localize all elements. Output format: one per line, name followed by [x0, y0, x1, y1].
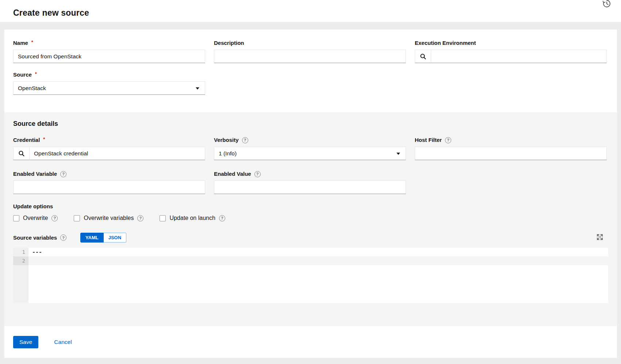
- json-toggle-button[interactable]: JSON: [104, 233, 126, 243]
- cancel-button[interactable]: Cancel: [54, 339, 72, 345]
- credential-input[interactable]: [30, 147, 205, 160]
- help-icon[interactable]: ?: [219, 215, 225, 221]
- credential-search-button[interactable]: [13, 147, 30, 160]
- source-select[interactable]: OpenStack: [13, 81, 205, 95]
- expand-icon[interactable]: [596, 233, 604, 241]
- verbosity-label: Verbosity: [214, 137, 239, 143]
- source-label: Source: [13, 71, 32, 78]
- execution-environment-label: Execution Environment: [415, 40, 476, 46]
- page-header: Create new source: [0, 0, 621, 22]
- enabled-variable-input[interactable]: [13, 181, 205, 194]
- page-title: Create new source: [13, 8, 89, 18]
- source-details-section: Source details Credential *: [4, 112, 617, 326]
- line-content: ---: [28, 248, 608, 256]
- update-on-launch-checkbox[interactable]: [160, 215, 166, 221]
- name-label: Name: [13, 40, 28, 46]
- overwrite-checkbox[interactable]: [13, 215, 19, 221]
- form-card: Name * Description Execution Environment: [4, 30, 617, 358]
- description-label: Description: [214, 40, 244, 46]
- enabled-variable-field-group: Enabled Variable ?: [13, 171, 205, 194]
- chevron-down-icon: [196, 87, 199, 89]
- line-content: [28, 256, 608, 265]
- editor-line-active: 2: [13, 256, 608, 265]
- help-icon[interactable]: ?: [242, 137, 248, 143]
- chevron-down-icon: [396, 152, 400, 155]
- help-icon[interactable]: ?: [51, 215, 58, 221]
- host-filter-field-group: Host Filter ?: [415, 137, 607, 160]
- help-icon[interactable]: ?: [60, 235, 66, 241]
- overwrite-label: Overwrite: [23, 215, 48, 221]
- required-asterisk: *: [31, 39, 33, 46]
- execution-environment-search-button[interactable]: [415, 50, 431, 63]
- execution-environment-field-group: Execution Environment: [415, 40, 607, 63]
- enabled-value-label: Enabled Value: [214, 171, 251, 177]
- source-details-heading: Source details: [13, 112, 608, 128]
- overwrite-variables-label: Overwrite variables: [84, 215, 134, 221]
- credential-field-group: Credential *: [13, 137, 205, 160]
- host-filter-input[interactable]: [415, 147, 607, 160]
- execution-environment-input[interactable]: [431, 50, 607, 63]
- source-select-value: OpenStack: [18, 85, 46, 92]
- description-field-group: Description: [214, 40, 406, 63]
- variables-format-toggle: YAML JSON: [80, 233, 126, 243]
- search-icon: [420, 53, 426, 60]
- help-icon[interactable]: ?: [445, 137, 451, 143]
- help-icon[interactable]: ?: [254, 171, 261, 177]
- editor-empty-area: [13, 265, 608, 303]
- editor-line: 1 ---: [13, 248, 608, 256]
- update-options-heading: Update options: [13, 203, 608, 209]
- save-button[interactable]: Save: [13, 336, 38, 348]
- name-input[interactable]: [13, 50, 205, 63]
- description-input[interactable]: [214, 50, 406, 63]
- history-icon[interactable]: [602, 0, 612, 9]
- update-on-launch-option: Update on launch ?: [160, 215, 225, 221]
- enabled-value-input[interactable]: [214, 181, 406, 194]
- help-icon[interactable]: ?: [60, 171, 66, 177]
- search-icon: [18, 150, 25, 157]
- source-variables-label: Source variables: [13, 235, 57, 241]
- verbosity-select-value: 1 (Info): [219, 150, 237, 157]
- overwrite-option: Overwrite ?: [13, 215, 58, 221]
- line-number: 1: [13, 248, 28, 256]
- name-field-group: Name *: [13, 40, 205, 63]
- credential-label: Credential: [13, 137, 40, 143]
- verbosity-select[interactable]: 1 (Info): [214, 147, 406, 160]
- overwrite-variables-checkbox[interactable]: [74, 215, 80, 221]
- overwrite-variables-option: Overwrite variables ?: [74, 215, 143, 221]
- source-variables-editor[interactable]: 1 --- 2: [13, 248, 608, 303]
- enabled-variable-label: Enabled Variable: [13, 171, 57, 177]
- help-icon[interactable]: ?: [137, 215, 143, 221]
- required-asterisk: *: [43, 136, 45, 143]
- line-number: 2: [13, 256, 28, 265]
- yaml-toggle-button[interactable]: YAML: [80, 233, 104, 243]
- enabled-value-field-group: Enabled Value ?: [214, 171, 406, 194]
- update-on-launch-label: Update on launch: [169, 215, 215, 221]
- required-asterisk: *: [35, 71, 37, 77]
- verbosity-field-group: Verbosity ? 1 (Info): [214, 137, 406, 160]
- host-filter-label: Host Filter: [415, 137, 442, 143]
